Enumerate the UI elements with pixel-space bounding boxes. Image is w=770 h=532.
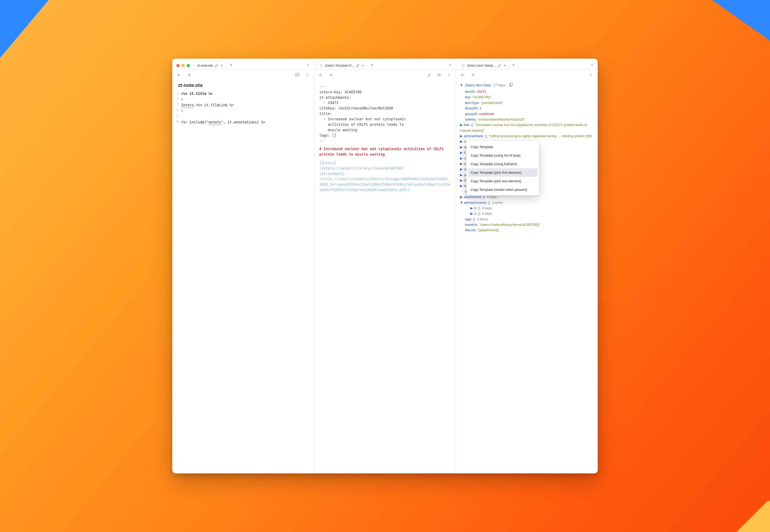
tree-row[interactable]: citekey: "coxIncreasedNuclearNot2020": [460, 117, 594, 122]
fm-line: activities of CELF1 protein leads to: [319, 122, 451, 127]
svg-point-11: [591, 76, 591, 76]
context-menu-item[interactable]: Copy Template: [468, 143, 538, 151]
reading-mode-icon[interactable]: [294, 72, 300, 78]
back-button[interactable]: [318, 72, 324, 78]
code-word: annots: [208, 120, 221, 124]
tab-options-button[interactable]: [304, 61, 312, 69]
context-menu-item[interactable]: Copy Template (using forEach): [468, 160, 538, 168]
tree-row[interactable]: fileLink: "[attachment](: [460, 227, 594, 233]
more-icon[interactable]: [446, 72, 452, 78]
close-icon[interactable]: [503, 64, 506, 67]
fm-line: zotero-key: AC46578Q: [319, 89, 451, 95]
list-format-icon[interactable]: [436, 72, 442, 78]
toolbar: [456, 70, 598, 80]
fm-line: citekey: coxIncreasedNuclearNot2020: [319, 106, 451, 111]
tree-row[interactable]: tags: [] 0 items: [460, 216, 594, 222]
tab-preview[interactable]: Zotero Template P...: [317, 61, 367, 70]
svg-point-10: [591, 75, 591, 75]
markdown-preview[interactable]: --- zotero-key: AC46578Q zt-attachments:…: [314, 80, 456, 197]
code-word: Zotero: [181, 103, 194, 107]
more-icon[interactable]: [588, 72, 594, 78]
tree-row[interactable]: ▶ abstractNote: [] "mRNA processing is h…: [460, 133, 594, 139]
highlight-icon[interactable]: [426, 72, 433, 78]
tab-label: Zotero Template P...: [325, 64, 354, 67]
forward-button[interactable]: [328, 72, 334, 78]
toolbar: [314, 70, 456, 80]
fm-line: zt-attachments:: [319, 95, 451, 100]
context-menu-item[interactable]: Copy Template (using for-of loop): [468, 151, 538, 160]
link-icon[interactable]: [356, 64, 359, 67]
new-tab-button[interactable]: [510, 61, 517, 69]
markdown-heading: # Increased nuclear but not cytoplasmic …: [319, 146, 451, 157]
tab-zt-note[interactable]: zt-note.eta: [194, 61, 226, 70]
page-title: zt-note.eta: [172, 80, 314, 88]
svg-point-9: [591, 73, 591, 74]
tree-row[interactable]: ▶ 1: {} 5 keys: [460, 211, 594, 216]
line-gutter: 123456: [173, 91, 178, 125]
back-button[interactable]: [460, 72, 466, 78]
svg-point-5: [438, 76, 438, 76]
tab-options-button[interactable]: [588, 61, 596, 69]
code-editor[interactable]: 123456 <%= it.title %> n Zotero <%= it.f…: [172, 88, 314, 130]
code-body[interactable]: <%= it.title %> n Zotero <%= it.fileLink…: [181, 91, 309, 125]
link-icon[interactable]: [215, 64, 218, 67]
tree-row[interactable]: backlink: "zotero://select/library/items…: [460, 222, 594, 227]
app-window: zt-note.eta zt-note: [172, 59, 598, 474]
forward-button[interactable]: [470, 72, 476, 78]
svg-point-6: [449, 73, 449, 74]
svg-point-3: [438, 74, 438, 74]
tab-options-button[interactable]: [447, 61, 454, 69]
more-icon[interactable]: [304, 72, 310, 78]
close-icon[interactable]: [361, 64, 364, 67]
tree-row[interactable]: key: "AC46578Q": [460, 94, 594, 100]
context-menu-item[interactable]: Copy Template (pick first element): [468, 168, 538, 177]
tree-row[interactable]: ▶ 0: {} 5 keys: [460, 205, 594, 211]
fm-line: title:: [319, 111, 451, 116]
tree-row[interactable]: ▼ allAttachments: [] 2 items: [460, 200, 594, 205]
new-tab-button[interactable]: [227, 61, 234, 69]
close-window-button[interactable]: [176, 64, 179, 67]
fm-line: - 23473: [319, 100, 451, 106]
svg-point-2: [307, 76, 307, 76]
code-line: n: [181, 97, 183, 101]
tree-root[interactable]: ▼ Zotero Item Data: 27 keys: [460, 82, 594, 88]
frontmatter-rule: ---: [319, 84, 451, 89]
fm-line: - Increased nuclear but not cytoplasmic: [319, 116, 451, 122]
tree-row[interactable]: itemID: 23471: [460, 89, 594, 94]
link-icon[interactable]: [498, 64, 501, 67]
svg-point-0: [307, 73, 307, 74]
window-controls: [176, 64, 190, 67]
tab-label: zt-note.eta: [197, 64, 213, 67]
tree-row[interactable]: ▶ title: [] "Increased nuclear but not c…: [460, 122, 594, 133]
pane-preview: Zotero Template P...: [314, 59, 456, 474]
markdown-link-block: [Zotero] (zotero://select/library/items/…: [319, 160, 451, 193]
tree-row[interactable]: itemType: "journalArticle": [460, 100, 594, 106]
context-menu-item[interactable]: Copy Template (render when present): [468, 185, 538, 194]
minimize-window-button[interactable]: [182, 64, 185, 67]
tab-label: Zotero Item Detail...: [467, 64, 496, 67]
json-tree[interactable]: ▼ Zotero Item Data: 27 keys itemID: 2347…: [456, 80, 598, 237]
clipboard-icon[interactable]: [509, 82, 514, 88]
tree-row[interactable]: libraryID: 1: [460, 106, 594, 111]
fm-line: tags: []: [319, 133, 451, 138]
forward-button[interactable]: [186, 72, 192, 78]
svg-point-7: [449, 75, 449, 75]
pane-item-detail: Zotero Item Detail... ▼: [456, 59, 598, 474]
document-icon: [462, 64, 465, 67]
maximize-window-button[interactable]: [187, 64, 190, 67]
tree-row[interactable]: groupID: undefined: [460, 111, 594, 117]
frontmatter-rule: ---: [319, 138, 451, 144]
tab-item-detail[interactable]: Zotero Item Detail...: [459, 61, 509, 70]
svg-point-4: [438, 75, 438, 75]
code-line: <%= it.title %>: [181, 92, 213, 96]
back-button[interactable]: [176, 72, 182, 78]
new-tab-button[interactable]: [368, 61, 375, 69]
fm-line: muscle wasting: [319, 127, 451, 133]
context-menu: Copy TemplateCopy Template (using for-of…: [467, 141, 539, 195]
toolbar: [172, 70, 314, 80]
document-icon: [319, 64, 323, 67]
close-icon[interactable]: [220, 64, 223, 67]
pane-template-editor: zt-note.eta zt-note: [172, 59, 314, 474]
code-line: n: [181, 109, 183, 113]
context-menu-item[interactable]: Copy Template (pick last element): [468, 177, 538, 185]
